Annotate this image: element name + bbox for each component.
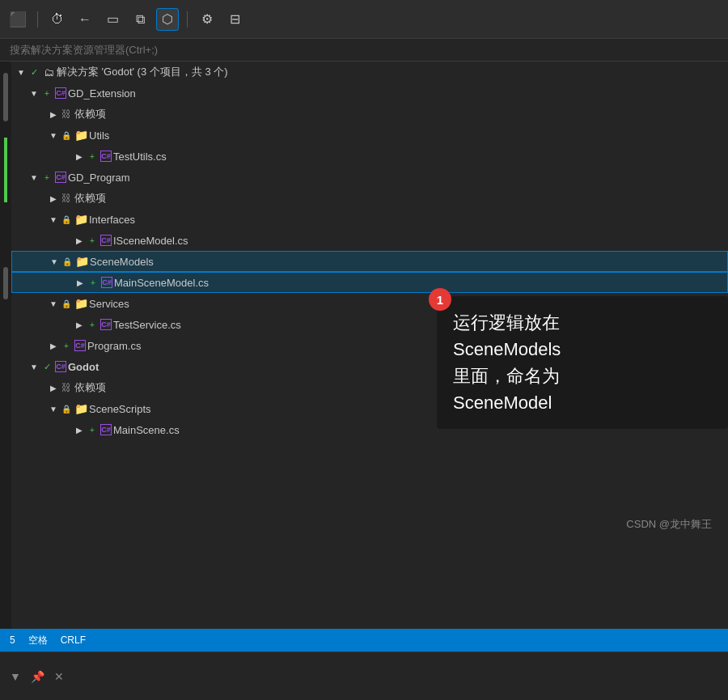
arrow-mainscene: ▶ <box>73 423 86 436</box>
gd-extension-item[interactable]: ▼ + C# GD_Extension <box>11 83 728 104</box>
clock-icon[interactable]: ⏱ <box>46 8 69 31</box>
csharp-icon-1: C# <box>55 87 66 99</box>
back-icon[interactable]: ← <box>74 8 96 31</box>
solution-explorer: ▼ ✓ 🗂 解决方案 'Godot' (3 个项目，共 3 个) ▼ + C# … <box>11 62 728 629</box>
services-label: Services <box>89 298 129 310</box>
program-label: Program.cs <box>87 340 141 352</box>
arrow-scenescripts: ▼ <box>47 402 60 415</box>
toolbar: ⬛ ⏱ ← ▭ ⧉ ⬡ ⚙ ⊟ <box>0 0 728 39</box>
iscenemodel-item[interactable]: ▶ + C# ISceneModel.cs <box>11 230 728 251</box>
arrow-utils: ▼ <box>47 129 60 142</box>
graph-icon[interactable]: ⬡ <box>156 8 179 31</box>
tooltip-badge: 1 <box>429 288 451 311</box>
csharp-icon-7: C# <box>74 340 86 351</box>
deps-2-item[interactable]: ▶ ⛓ 依赖项 <box>11 188 728 209</box>
plus-icon-4: + <box>86 234 99 247</box>
arrow-testservice: ▶ <box>73 318 86 331</box>
lock-icon-2: 🔒 <box>60 213 73 226</box>
scenemodels-item[interactable]: ▼ 🔒 📁 SceneModels <box>11 251 728 272</box>
plus-icon-6: + <box>86 318 99 331</box>
solution-label: 解决方案 'Godot' (3 个项目，共 3 个) <box>57 65 228 79</box>
testutils-item[interactable]: ▶ + C# TestUtils.cs <box>11 146 728 167</box>
status-bar: 5 空格 CRLF <box>0 629 728 651</box>
lock-icon-1: 🔒 <box>60 129 73 142</box>
arrow-deps-3: ▶ <box>47 381 60 394</box>
lock-icon-3: 🔒 <box>61 255 74 268</box>
settings-icon[interactable]: ⚙ <box>196 8 218 31</box>
csharp-icon-8: C# <box>55 361 66 372</box>
folder-icon-3: 📁 <box>75 255 88 268</box>
left-gutter <box>0 62 11 629</box>
bottom-close-icon[interactable]: ✕ <box>54 670 64 683</box>
bottom-down-icon[interactable]: ▼ <box>10 670 21 683</box>
lock-icon-5: 🔒 <box>60 402 73 415</box>
arrow-deps-2: ▶ <box>47 192 60 205</box>
arrow-mainscenemodel: ▶ <box>74 276 87 289</box>
csharp-icon-9: C# <box>100 424 112 435</box>
scenescripts-label: SceneScripts <box>89 403 151 415</box>
deps-1-item[interactable]: ▶ ⛓ 依赖项 <box>11 104 728 125</box>
deps-1-label: 依赖项 <box>74 107 106 121</box>
arrow-program: ▶ <box>47 339 60 352</box>
scenemodels-label: SceneModels <box>90 256 154 268</box>
csharp-icon-5: C# <box>101 277 112 288</box>
search-input[interactable] <box>10 44 718 56</box>
copy-window-icon[interactable]: ⧉ <box>129 8 151 31</box>
interfaces-label: Interfaces <box>89 214 135 226</box>
folder-icon-5: 📁 <box>74 402 87 415</box>
ref-icon-3: ⛓ <box>60 381 73 394</box>
plus-icon-3: + <box>40 171 53 184</box>
plus-icon-1: + <box>40 87 53 100</box>
plus-icon-5: + <box>87 276 99 289</box>
lock-icon-4: 🔒 <box>60 297 73 310</box>
plus-icon-8: + <box>86 423 99 436</box>
mainscenemodel-label: MainSceneModel.cs <box>114 277 209 289</box>
arrow-godot: ▼ <box>28 360 40 373</box>
mainscene-label: MainScene.cs <box>113 424 180 436</box>
status-space: 空格 <box>28 634 48 647</box>
tooltip-popup: 1 运行逻辑放在SceneModels里面，命名为SceneModel <box>437 296 728 429</box>
gd-program-label: GD_Program <box>68 172 130 184</box>
csharp-icon-4: C# <box>100 235 112 246</box>
utils-item[interactable]: ▼ 🔒 📁 Utils <box>11 125 728 146</box>
plus-icon-7: + <box>60 339 73 352</box>
vs-icon[interactable]: ⬛ <box>6 8 29 31</box>
arrow-deps-1: ▶ <box>47 108 60 121</box>
toolbar-separator <box>37 11 38 28</box>
interfaces-item[interactable]: ▼ 🔒 📁 Interfaces <box>11 209 728 230</box>
folder-icon-4: 📁 <box>74 297 87 310</box>
solution-root[interactable]: ▼ ✓ 🗂 解决方案 'Godot' (3 个项目，共 3 个) <box>11 62 728 83</box>
utils-label: Utils <box>89 129 109 142</box>
arrow-iscenemodel: ▶ <box>73 234 86 247</box>
status-crlf: CRLF <box>61 634 86 646</box>
plus-icon-2: + <box>86 150 99 163</box>
tooltip-text: 运行逻辑放在SceneModels里面，命名为SceneModel <box>453 309 712 416</box>
arrow-scenemodels: ▼ <box>48 255 61 268</box>
scroll-thumb[interactable] <box>3 73 8 121</box>
bottom-pin-icon[interactable]: 📌 <box>31 670 44 683</box>
search-bar <box>0 39 728 62</box>
arrow-testutils: ▶ <box>73 150 86 163</box>
watermark: CSDN @龙中舞王 <box>626 517 712 532</box>
deps-2-label: 依赖项 <box>74 191 106 206</box>
gd-program-item[interactable]: ▼ + C# GD_Program <box>11 167 728 188</box>
bottom-panel: ▼ 📌 ✕ <box>0 651 728 700</box>
check-icon: ✓ <box>28 66 40 78</box>
deps-3-label: 依赖项 <box>74 380 106 395</box>
mainscenemodel-item[interactable]: ▶ + C# MainSceneModel.cs <box>11 272 728 293</box>
pin-horizontal-icon[interactable]: ⊟ <box>223 8 246 31</box>
toolbar-separator-2 <box>187 11 188 28</box>
csharp-icon-6: C# <box>100 319 112 330</box>
status-line: 5 <box>10 634 15 646</box>
arrow-services: ▼ <box>47 297 60 310</box>
ref-icon-1: ⛓ <box>60 108 73 121</box>
window-icon[interactable]: ▭ <box>101 8 124 31</box>
green-indicator <box>4 138 7 202</box>
arrow-gd-extension: ▼ <box>28 87 40 100</box>
check-icon-2: ✓ <box>40 360 53 373</box>
folder-icon-2: 📁 <box>74 213 87 226</box>
ref-icon-2: ⛓ <box>60 192 73 205</box>
arrow-solution: ▼ <box>15 66 28 78</box>
arrow-interfaces: ▼ <box>47 213 60 226</box>
scroll-thumb-2[interactable] <box>3 267 8 299</box>
